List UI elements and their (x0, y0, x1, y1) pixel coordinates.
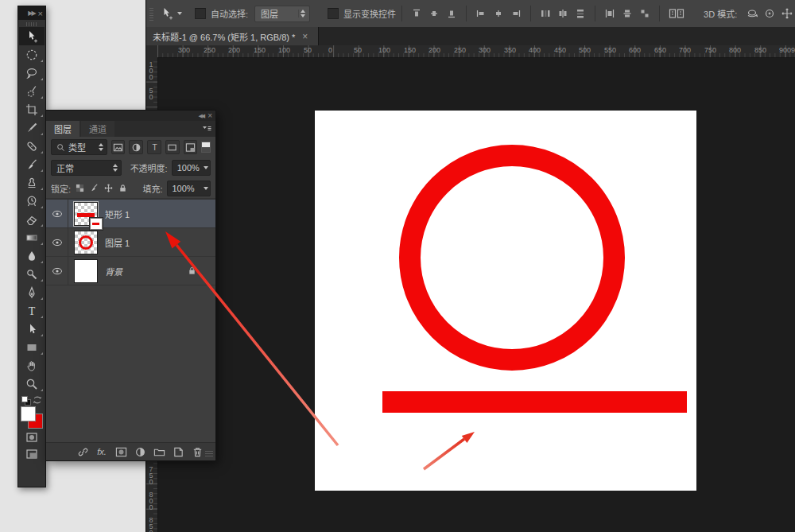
layer-name[interactable]: 背景 (105, 265, 122, 278)
canvas[interactable] (315, 111, 696, 491)
align-left-edges-icon[interactable] (474, 6, 488, 21)
tool-eyedropper[interactable] (19, 118, 45, 137)
filter-shape-layers-icon[interactable] (165, 140, 180, 154)
auto-select-checkbox[interactable] (195, 8, 206, 19)
ruler-label: 350 (504, 46, 516, 54)
visibility-toggle[interactable] (46, 257, 68, 285)
tool-pen[interactable] (19, 283, 45, 301)
layer-thumbnail[interactable] (74, 231, 98, 254)
foreground-color-swatch[interactable] (21, 406, 36, 421)
default-colors-icon[interactable] (21, 396, 28, 402)
collapse-panel-icon[interactable]: ◀◀ (198, 113, 204, 119)
tool-zoom[interactable] (19, 375, 45, 393)
tab-layers[interactable]: 图层 (46, 121, 80, 137)
add-mask-icon[interactable] (114, 445, 127, 458)
red-ring-shape[interactable] (399, 145, 625, 371)
tool-brush[interactable] (19, 155, 45, 173)
new-layer-icon[interactable] (172, 445, 184, 458)
tool-eraser[interactable] (19, 210, 45, 228)
lock-transparency-icon[interactable] (75, 183, 85, 193)
separator (466, 6, 467, 21)
collapse-panel-icon[interactable]: ▶▶ (28, 10, 34, 17)
align-right-edges-icon[interactable] (509, 6, 523, 21)
tool-dodge[interactable] (19, 265, 45, 283)
3d-rotate-icon[interactable] (745, 6, 759, 21)
lock-pixels-icon[interactable] (89, 183, 99, 193)
auto-select-dropdown[interactable]: 图层 (254, 6, 310, 22)
layer-style-button[interactable]: fx. (95, 445, 108, 458)
close-panel-icon[interactable]: × (207, 111, 212, 120)
lock-position-icon[interactable] (103, 183, 114, 193)
auto-align-layers-icon[interactable] (667, 6, 686, 21)
adjustment-layer-icon[interactable] (134, 445, 146, 458)
align-horizontal-centers-icon[interactable] (491, 6, 506, 21)
filter-smart-objects-icon[interactable] (184, 140, 198, 154)
swap-colors-icon[interactable] (33, 395, 42, 405)
filter-type-layers-icon[interactable]: T (147, 140, 161, 154)
tool-rectangle-shape[interactable] (19, 338, 45, 356)
filter-pixel-layers-icon[interactable] (111, 140, 126, 154)
tool-gradient[interactable] (19, 228, 45, 247)
distribute-bottom-edges-icon[interactable] (573, 6, 588, 21)
new-group-icon[interactable] (153, 445, 165, 458)
tool-type[interactable]: T (19, 301, 45, 320)
distribute-top-edges-icon[interactable] (538, 6, 553, 21)
layer-thumbnail[interactable] (74, 259, 98, 283)
tool-path-selection[interactable] (19, 320, 45, 338)
distribute-horizontal-centers-icon[interactable] (620, 6, 634, 21)
tab-close-icon[interactable]: × (302, 31, 308, 42)
visibility-toggle[interactable] (46, 200, 68, 227)
layer-name[interactable]: 矩形 1 (105, 208, 130, 220)
screen-mode-button[interactable] (19, 445, 45, 462)
tool-lasso[interactable] (19, 64, 45, 82)
distribute-vertical-centers-icon[interactable] (556, 6, 570, 21)
document-tab[interactable]: 未标题-1 @ 66.7% (矩形 1, RGB/8) * × (146, 27, 319, 45)
move-tool-icon (160, 6, 174, 21)
tool-history-brush[interactable] (19, 192, 45, 210)
ruler-label: 850 (754, 46, 766, 54)
show-transform-checkbox[interactable] (328, 8, 339, 19)
filter-type-dropdown[interactable]: 类型 (51, 139, 107, 155)
distribute-right-edges-icon[interactable] (638, 6, 652, 21)
layer-row-rectangle-1[interactable]: 矩形 1 (46, 200, 215, 228)
opacity-field[interactable]: 100% (172, 160, 211, 176)
layer-thumbnail[interactable] (74, 202, 98, 226)
close-panel-icon[interactable]: × (38, 9, 43, 18)
panel-resize-grip[interactable] (205, 450, 213, 456)
fill-field[interactable]: 100% (167, 181, 211, 196)
align-bottom-edges-icon[interactable] (444, 6, 459, 21)
align-vertical-centers-icon[interactable] (427, 6, 441, 21)
ruler-corner[interactable] (146, 45, 158, 58)
tab-channels[interactable]: 通道 (81, 121, 114, 137)
tool-clone-stamp[interactable] (19, 173, 45, 192)
tool-spot-healing-brush[interactable] (19, 137, 45, 155)
ruler-label: 50 (354, 46, 362, 54)
tool-blur[interactable] (19, 247, 45, 265)
quick-mask-button[interactable] (19, 429, 45, 445)
lock-all-icon[interactable] (118, 183, 128, 193)
options-grip[interactable] (149, 6, 153, 21)
panel-menu-icon[interactable] (201, 124, 212, 134)
toolbox-grip[interactable] (26, 22, 37, 26)
delete-layer-icon[interactable] (191, 445, 204, 458)
visibility-toggle[interactable] (46, 228, 68, 256)
align-top-edges-icon[interactable] (409, 6, 424, 21)
filter-toggle-switch[interactable] (201, 142, 211, 153)
tool-crop[interactable] (19, 100, 45, 118)
tool-move[interactable] (19, 27, 45, 45)
3d-roll-icon[interactable] (762, 6, 777, 21)
tool-elliptical-marquee[interactable] (19, 45, 45, 64)
ruler-top[interactable]: 3002502001501005005010015020025030035040… (157, 45, 795, 58)
layer-row-layer-1[interactable]: 图层 1 (46, 228, 215, 257)
layer-row-background[interactable]: 背景 (46, 257, 215, 285)
link-layers-icon[interactable] (76, 445, 89, 458)
blend-mode-dropdown[interactable]: 正常 (51, 160, 122, 176)
tool-quick-selection[interactable] (19, 82, 45, 100)
3d-drag-icon[interactable] (780, 6, 794, 21)
filter-adjustment-layers-icon[interactable] (129, 140, 143, 154)
layer-name[interactable]: 图层 1 (105, 236, 130, 249)
distribute-left-edges-icon[interactable] (603, 6, 617, 21)
tool-preset-caret-icon[interactable] (177, 12, 182, 15)
tool-hand[interactable] (19, 356, 45, 375)
red-bar-shape[interactable] (382, 391, 687, 413)
